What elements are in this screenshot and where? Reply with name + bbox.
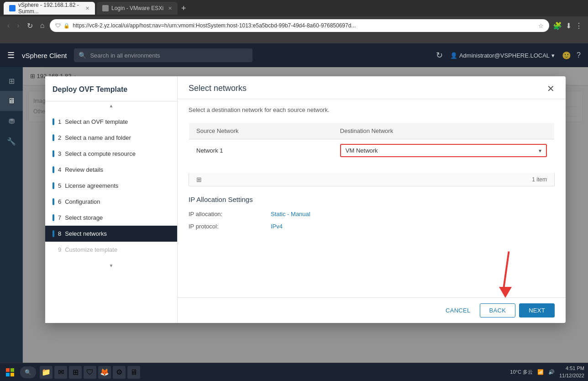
step-8-number: 8 bbox=[58, 230, 61, 237]
step-7-number: 7 bbox=[58, 214, 61, 221]
ip-allocation-title: IP Allocation Settings bbox=[189, 196, 555, 203]
address-bar[interactable]: 🛡 🔒 https://vc8-2.yz.local/ui/app/host:n… bbox=[50, 19, 549, 32]
vsphere-sidebar: ⊞ 🖥 ⛃ 🔧 bbox=[0, 67, 23, 363]
wizard-steps: 1 Select an OVF template 2 Select a name… bbox=[45, 110, 177, 261]
step-4-label: Review details bbox=[65, 166, 103, 173]
taskbar-start: 🔍 bbox=[4, 366, 36, 379]
wizard-step-3[interactable]: 3 Select a compute resource bbox=[45, 146, 177, 162]
taskbar-app-6[interactable]: ⚙ bbox=[113, 366, 126, 379]
ip-protocol-row: IP protocol: IPv4 bbox=[189, 223, 555, 230]
wizard-step-7[interactable]: 7 Select storage bbox=[45, 210, 177, 226]
tab-vsphere-close[interactable]: ✕ bbox=[85, 5, 89, 11]
deploy-ovf-wizard: Deploy OVF Template ▲ 1 Select an OVF te… bbox=[45, 76, 566, 323]
home-button[interactable]: ⌂ bbox=[38, 20, 47, 32]
sidebar-icon-4[interactable]: 🔧 bbox=[0, 131, 23, 151]
ip-protocol-label: IP protocol: bbox=[189, 223, 271, 230]
taskbar-app-5[interactable]: 🦊 bbox=[98, 366, 111, 379]
smiley-icon[interactable]: 🙂 bbox=[562, 51, 571, 60]
extensions-icon[interactable]: 🧩 bbox=[553, 21, 562, 30]
taskbar-app-7[interactable]: 🖥 bbox=[127, 366, 140, 379]
user-name: Administrator@VSPHERE.LOCAL bbox=[459, 52, 550, 59]
tab-login[interactable]: Login - VMware ESXi ✕ bbox=[97, 2, 178, 15]
taskbar-app-4[interactable]: 🛡 bbox=[84, 366, 96, 379]
close-button[interactable]: ✕ bbox=[547, 84, 555, 93]
user-menu[interactable]: 👤 Administrator@VSPHERE.LOCAL ▾ bbox=[450, 52, 555, 59]
bookmark-icon[interactable]: ☆ bbox=[538, 22, 544, 29]
taskbar: 🔍 📁 ✉ ⊞ 🛡 🦊 ⚙ 🖥 10°C 多云 📶 🔊 4:51 PM 11/1… bbox=[0, 363, 588, 381]
forward-button[interactable]: › bbox=[15, 20, 21, 32]
tab-login-close[interactable]: ✕ bbox=[168, 5, 172, 11]
step-2-label: Select a name and folder bbox=[65, 134, 131, 141]
wizard-content-header: Select networks ✕ bbox=[178, 76, 566, 99]
step-1-label: Select an OVF template bbox=[65, 118, 128, 125]
refresh-button[interactable]: ↻ bbox=[25, 20, 35, 32]
vsphere-toolbar-icons: 🙂 ? bbox=[562, 51, 581, 60]
taskbar-app-3[interactable]: ⊞ bbox=[69, 366, 82, 379]
lock-icon: 🔒 bbox=[63, 23, 70, 29]
wizard-title: Deploy OVF Template bbox=[45, 76, 177, 101]
col-source-network: Source Network bbox=[189, 123, 333, 139]
next-button[interactable]: NEXT bbox=[519, 303, 555, 318]
sidebar-icon-1[interactable]: ⊞ bbox=[0, 71, 23, 91]
tab-login-label: Login - VMware ESXi bbox=[111, 5, 163, 11]
global-search[interactable]: 🔍 Search in all environments bbox=[74, 48, 252, 62]
network-table: Source Network Destination Network Netwo… bbox=[189, 122, 555, 162]
destination-network-value: VM Network bbox=[346, 147, 378, 154]
vsphere-app-bar: ☰ vSphere Client 🔍 Search in all environ… bbox=[0, 43, 588, 67]
wizard-step-2[interactable]: 2 Select a name and folder bbox=[45, 130, 177, 146]
annotation-arrow bbox=[499, 251, 512, 298]
wizard-subtitle: Select a destination network for each so… bbox=[189, 106, 555, 113]
address-text: https://vc8-2.yz.local/ui/app/host:nav=h… bbox=[73, 22, 536, 29]
table-columns-icon[interactable]: ⊞ bbox=[196, 176, 202, 183]
new-tab-button[interactable]: + bbox=[181, 4, 186, 13]
wizard-footer: CANCEL BACK NEXT bbox=[178, 297, 566, 323]
taskbar-app-1[interactable]: 📁 bbox=[40, 366, 52, 379]
step-1-number: 1 bbox=[58, 118, 61, 125]
taskbar-date-display: 11/12/2022 bbox=[559, 372, 584, 379]
sidebar-icon-3[interactable]: ⛃ bbox=[0, 111, 23, 131]
help-icon[interactable]: ? bbox=[577, 51, 581, 59]
wizard-step-5[interactable]: 5 License agreements bbox=[45, 178, 177, 194]
back-button[interactable]: ‹ bbox=[5, 20, 11, 32]
wizard-step-1[interactable]: 1 Select an OVF template bbox=[45, 114, 177, 130]
wizard-step-4[interactable]: 4 Review details bbox=[45, 162, 177, 178]
taskbar-app-2[interactable]: ✉ bbox=[54, 366, 67, 379]
wizard-step-8[interactable]: 8 Select networks bbox=[45, 226, 177, 242]
browser-nav: ‹ › ↻ ⌂ 🛡 🔒 https://vc8-2.yz.local/ui/ap… bbox=[0, 16, 588, 35]
ip-allocation-section: IP Allocation Settings IP allocation: St… bbox=[189, 196, 555, 230]
back-button[interactable]: BACK bbox=[480, 303, 516, 318]
destination-network-select[interactable]: VM Network ▾ bbox=[340, 144, 547, 157]
taskbar-sys: 10°C 多云 📶 🔊 4:51 PM 11/12/2022 bbox=[510, 365, 584, 379]
shield-icon: 🛡 bbox=[55, 22, 61, 29]
step-5-label: License agreements bbox=[65, 182, 118, 189]
sidebar-icon-2[interactable]: 🖥 bbox=[0, 91, 23, 111]
cancel-button[interactable]: CANCEL bbox=[440, 303, 476, 318]
user-dropdown-icon: ▾ bbox=[551, 52, 555, 59]
tab-vsphere-label: vSphere - 192.168.1.82 - Summ... bbox=[18, 2, 81, 15]
step-9-number: 9 bbox=[58, 246, 61, 253]
tab-vsphere[interactable]: vSphere - 192.168.1.82 - Summ... ✕ bbox=[4, 2, 95, 15]
wizard-step-6[interactable]: 6 Configuration bbox=[45, 194, 177, 210]
wizard-right-content: Select networks ✕ Select a destination n… bbox=[178, 76, 566, 323]
vsphere-refresh-icon[interactable]: ↻ bbox=[436, 50, 443, 60]
taskbar-time[interactable]: 4:51 PM 11/12/2022 bbox=[559, 365, 584, 379]
browser-menu-icon[interactable]: ⋮ bbox=[575, 21, 583, 30]
search-placeholder: Search in all environments bbox=[90, 52, 160, 59]
taskbar-search[interactable]: 🔍 bbox=[20, 366, 36, 378]
wizard-sidebar: Deploy OVF Template ▲ 1 Select an OVF te… bbox=[45, 76, 178, 323]
taskbar-apps: 📁 ✉ ⊞ 🛡 🦊 ⚙ 🖥 bbox=[40, 366, 140, 379]
browser-tabs: vSphere - 192.168.1.82 - Summ... ✕ Login… bbox=[0, 0, 588, 16]
search-icon: 🔍 bbox=[79, 52, 86, 59]
taskbar-temperature: 10°C 多云 bbox=[510, 369, 533, 376]
step-4-number: 4 bbox=[58, 166, 61, 173]
step-7-label: Select storage bbox=[65, 214, 103, 221]
start-button[interactable] bbox=[4, 366, 16, 379]
download-icon[interactable]: ⬇ bbox=[566, 21, 572, 30]
step-8-label: Select networks bbox=[65, 230, 107, 237]
taskbar-search-icon: 🔍 bbox=[25, 369, 31, 376]
step-6-number: 6 bbox=[58, 198, 61, 205]
browser-nav-icons: 🧩 ⬇ ⋮ bbox=[553, 21, 583, 30]
dropdown-chevron-icon: ▾ bbox=[539, 148, 541, 154]
step-2-number: 2 bbox=[58, 134, 61, 141]
hamburger-menu-icon[interactable]: ☰ bbox=[7, 50, 15, 60]
